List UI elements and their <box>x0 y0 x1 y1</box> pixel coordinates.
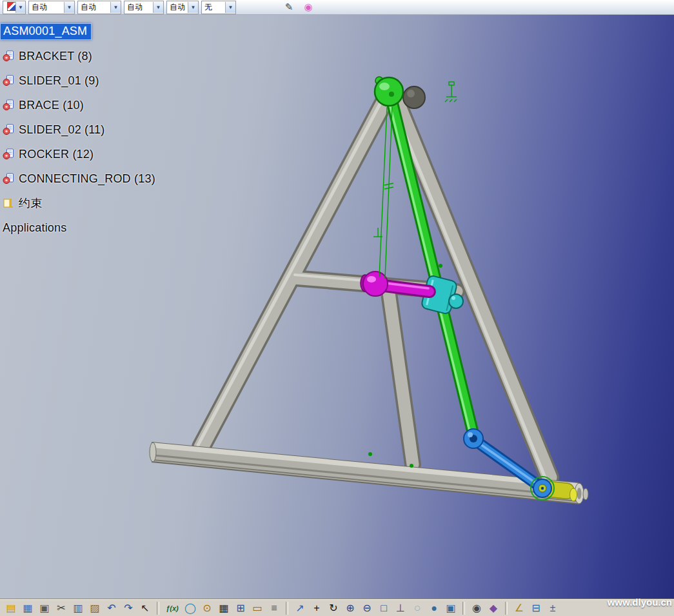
dropdown-arrow-icon[interactable]: ▼ <box>225 2 235 13</box>
measure-icon[interactable]: ∠ <box>511 600 528 616</box>
toolbar-separator <box>157 602 159 615</box>
dropdown-arrow-icon[interactable]: ▼ <box>110 2 121 13</box>
checklist-icon[interactable]: ≡ <box>266 600 282 616</box>
cyan-knob[interactable] <box>449 294 463 308</box>
package-icon[interactable]: ▭ <box>249 600 266 616</box>
views-icon[interactable]: ▣ <box>442 600 459 616</box>
part-icon <box>3 50 14 62</box>
tree-item-label: BRACE (10) <box>19 99 84 112</box>
tree-item-label: BRACKET (8) <box>19 50 92 63</box>
grid-icon[interactable]: ▦ <box>215 600 232 616</box>
tree-item-label: SLIDER_02 (11) <box>19 123 105 137</box>
color-swatch <box>7 2 15 11</box>
constraints-icon <box>3 197 14 209</box>
redo-icon[interactable]: ↷ <box>120 600 137 616</box>
scale-icon[interactable]: ⊟ <box>528 600 544 616</box>
pan-icon[interactable]: + <box>308 600 325 616</box>
part-icon <box>3 173 14 184</box>
dropdown-arrow-icon[interactable]: ▼ <box>153 2 163 13</box>
tree-item-asm0001-asm[interactable]: ASM0001_ASM <box>0 19 155 44</box>
fx-icon[interactable]: ƒ(x) <box>163 600 182 616</box>
help-cursor-icon[interactable]: ↖ <box>137 600 154 616</box>
chart-icon[interactable]: ⊞ <box>232 600 249 616</box>
paste-icon[interactable]: ▨ <box>86 600 103 616</box>
none-combo[interactable]: 无▼ <box>201 1 236 14</box>
dropdown-arrow-icon[interactable]: ▼ <box>188 2 198 13</box>
toolbar-separator <box>505 602 508 615</box>
fit-all-icon[interactable]: □ <box>375 600 392 616</box>
toolbar-separator <box>286 602 288 615</box>
normal-view-icon[interactable]: ⊥ <box>392 600 409 616</box>
zoom-out-icon[interactable]: ⊖ <box>359 600 375 616</box>
units-icon[interactable]: ± <box>544 600 561 616</box>
part-icon <box>3 148 14 160</box>
tree-item-label: Applications <box>3 221 66 235</box>
print-icon[interactable]: ▣ <box>36 600 53 616</box>
toolbar-separator <box>462 602 465 615</box>
zoom-in-icon[interactable]: ⊕ <box>342 600 359 616</box>
auto-combo-1[interactable]: 自动▼ <box>28 1 75 14</box>
watermark: www.dlyou.cn <box>608 597 672 608</box>
rotate-icon[interactable]: ↻ <box>325 600 342 616</box>
graphic-properties-toolbar: ▼自动▼自动▼自动▼自动▼无▼ ✎◉ <box>0 0 674 15</box>
auto-combo-3-value: 自动 <box>124 2 143 13</box>
camera-icon[interactable]: ◉ <box>468 600 485 616</box>
knowledge-icon[interactable]: ⊙ <box>199 600 215 616</box>
copy-icon[interactable]: ▥ <box>70 600 86 616</box>
auto-combo-3[interactable]: 自动▼ <box>124 1 164 14</box>
cyan-knob-highlight <box>451 296 455 300</box>
auto-combo-1-value: 自动 <box>29 2 47 13</box>
auto-combo-4[interactable]: 自动▼ <box>166 1 199 14</box>
tree-item-label: ROCKER (12) <box>19 148 94 161</box>
auto-combo-2-value: 自动 <box>78 2 96 13</box>
tree-item-slider-02-11[interactable]: SLIDER_02 (11) <box>0 117 155 142</box>
pen-icon[interactable]: ✎ <box>281 1 297 14</box>
tree-item-rocker-12[interactable]: ROCKER (12) <box>0 142 155 166</box>
web-icon[interactable]: ◯ <box>182 600 199 616</box>
part-icon <box>3 99 14 111</box>
part-icon <box>3 75 14 86</box>
tree-item-slider-01-9[interactable]: SLIDER_01 (9) <box>0 68 155 93</box>
none-combo-value: 无 <box>202 2 212 13</box>
open-folder-icon[interactable]: ▤ <box>3 600 19 616</box>
graphic-color-combo-value <box>3 2 15 13</box>
auto-combo-2[interactable]: 自动▼ <box>77 1 121 14</box>
compass-icon[interactable]: ↗ <box>292 600 308 616</box>
tree-item-brace-10[interactable]: BRACE (10) <box>0 93 155 117</box>
dropdown-arrow-icon[interactable]: ▼ <box>64 2 74 13</box>
save-icon[interactable]: ▦ <box>19 600 36 616</box>
tree-item-label: SLIDER_01 (9) <box>19 74 99 88</box>
tree-item-label: 约束 <box>19 195 42 211</box>
graphic-color-combo[interactable]: ▼ <box>3 1 26 14</box>
tree-item-applications[interactable]: Applications <box>0 215 155 240</box>
tree-item-label: CONNECTING_ROD (13) <box>19 172 155 186</box>
part-icon <box>3 124 14 135</box>
auto-combo-4-value: 自动 <box>167 2 185 13</box>
undo-icon[interactable]: ↶ <box>103 600 120 616</box>
tree-item-约束[interactable]: 约束 <box>0 191 155 215</box>
anchor-symbol <box>445 82 457 102</box>
wireframe-icon[interactable]: ◌ <box>409 600 426 616</box>
tree-item-label: ASM0001_ASM <box>0 23 92 40</box>
render-icon[interactable]: ◆ <box>485 600 502 616</box>
tree-item-connecting-rod-13[interactable]: CONNECTING_ROD (13) <box>0 166 155 191</box>
shaded-icon[interactable]: ● <box>426 600 442 616</box>
specification-tree: ASM0001_ASMBRACKET (8)SLIDER_01 (9)BRACE… <box>0 19 155 240</box>
magenta-slider[interactable] <box>361 272 430 296</box>
dropdown-arrow-icon[interactable]: ▼ <box>15 2 25 13</box>
standard-toolbar: ▤▦▣✂▥▨↶↷↖ƒ(x)◯⊙▦⊞▭≡↗+↻⊕⊖□⊥◌●▣◉◆∠⊟± <box>0 599 674 616</box>
material-icon[interactable]: ◉ <box>301 1 316 14</box>
tree-item-bracket-8[interactable]: BRACKET (8) <box>0 44 155 68</box>
cut-icon[interactable]: ✂ <box>53 600 70 616</box>
